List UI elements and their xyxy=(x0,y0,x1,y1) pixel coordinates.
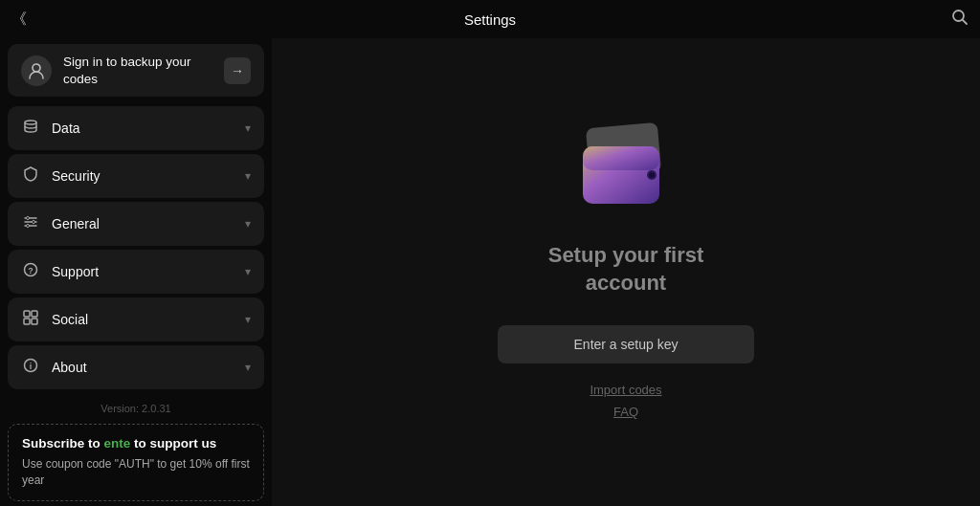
signin-card[interactable]: Sign in to backup your codes → xyxy=(8,44,264,97)
chevron-down-icon-general: ▾ xyxy=(245,217,251,231)
subscribe-title: Subscribe to ente to support us xyxy=(22,436,250,451)
sidebar-item-label-data: Data xyxy=(52,121,234,136)
svg-point-3 xyxy=(25,121,36,124)
sidebar-item-security[interactable]: Security ▾ xyxy=(8,154,264,198)
chevron-down-icon: ▾ xyxy=(245,121,251,135)
version-text: Version: 2.0.31 xyxy=(8,403,264,414)
svg-rect-15 xyxy=(32,319,37,324)
sidebar-item-data[interactable]: Data ▾ xyxy=(8,106,264,150)
signin-text: Sign in to backup your codes xyxy=(63,54,212,87)
wallet-illustration xyxy=(573,118,679,223)
social-icon xyxy=(21,310,40,329)
sidebar-item-about[interactable]: i About ▾ xyxy=(8,345,264,389)
enter-setup-key-button[interactable]: Enter a setup key xyxy=(498,325,755,363)
svg-rect-13 xyxy=(32,311,37,317)
chevron-down-icon-security: ▾ xyxy=(245,169,251,183)
svg-rect-14 xyxy=(24,319,30,324)
data-icon xyxy=(21,119,40,138)
page-title: Settings xyxy=(464,11,516,28)
chevron-down-icon-support: ▾ xyxy=(245,265,251,278)
chevron-down-icon-social: ▾ xyxy=(245,313,251,326)
svg-rect-12 xyxy=(24,311,30,317)
support-icon: ? xyxy=(21,262,40,281)
sidebar-item-label-about: About xyxy=(52,360,234,375)
sidebar-item-social[interactable]: Social ▾ xyxy=(8,297,264,341)
svg-point-9 xyxy=(27,225,30,228)
about-icon: i xyxy=(21,358,40,377)
svg-text:i: i xyxy=(30,362,33,371)
subscribe-highlight: ente xyxy=(104,436,131,451)
main-layout: Sign in to backup your codes → Data ▾ xyxy=(0,38,980,506)
svg-rect-20 xyxy=(583,146,659,170)
subscribe-card: Subscribe to ente to support us Use coup… xyxy=(8,424,264,501)
svg-point-22 xyxy=(649,172,655,178)
sidebar-item-label-social: Social xyxy=(52,312,234,327)
svg-point-2 xyxy=(33,64,40,72)
signin-arrow: → xyxy=(224,57,251,84)
search-icon xyxy=(951,9,969,26)
user-icon xyxy=(21,55,52,86)
subscribe-suffix: to support us xyxy=(130,436,216,451)
svg-point-7 xyxy=(27,217,30,220)
search-button[interactable] xyxy=(951,9,969,30)
subscribe-description: Use coupon code "AUTH" to get 10% off fi… xyxy=(22,456,250,489)
back-button[interactable]: 《 xyxy=(11,10,27,30)
svg-line-1 xyxy=(963,20,968,25)
faq-link[interactable]: FAQ xyxy=(613,405,638,419)
subscribe-prefix: Subscribe to xyxy=(22,436,104,451)
import-codes-link[interactable]: Import codes xyxy=(590,383,661,397)
setup-title-line1: Setup your first xyxy=(548,243,704,267)
topbar: 《 Settings xyxy=(0,0,980,38)
security-icon xyxy=(21,166,40,186)
sidebar-item-general[interactable]: General ▾ xyxy=(8,202,264,246)
content-area: Setup your first account Enter a setup k… xyxy=(272,38,980,506)
sidebar-item-label-general: General xyxy=(52,216,234,231)
svg-text:?: ? xyxy=(28,266,33,275)
sidebar-item-support[interactable]: ? Support ▾ xyxy=(8,250,264,294)
chevron-down-icon-about: ▾ xyxy=(245,361,251,374)
back-icon: 《 xyxy=(11,10,27,30)
sidebar-item-label-support: Support xyxy=(52,264,234,279)
setup-title: Setup your first account xyxy=(548,242,704,297)
svg-point-8 xyxy=(33,221,35,224)
general-icon xyxy=(21,214,40,233)
sidebar-item-label-security: Security xyxy=(52,168,234,184)
sidebar: Sign in to backup your codes → Data ▾ xyxy=(0,38,272,506)
setup-title-line2: account xyxy=(586,271,666,295)
arrow-icon: → xyxy=(231,63,244,78)
